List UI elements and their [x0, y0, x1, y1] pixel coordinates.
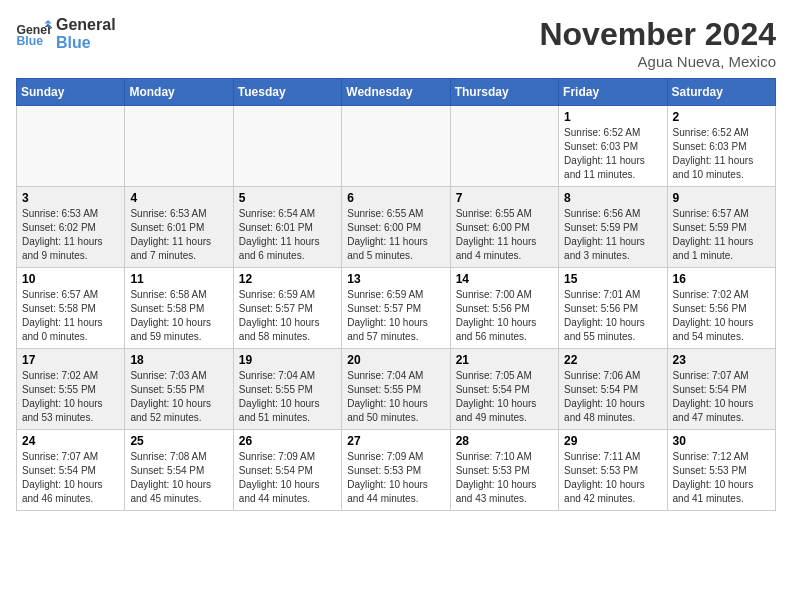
day-number: 28 — [456, 434, 553, 448]
day-info: Sunrise: 7:08 AM Sunset: 5:54 PM Dayligh… — [130, 450, 227, 506]
calendar-cell: 12Sunrise: 6:59 AM Sunset: 5:57 PM Dayli… — [233, 268, 341, 349]
calendar-cell: 17Sunrise: 7:02 AM Sunset: 5:55 PM Dayli… — [17, 349, 125, 430]
day-info: Sunrise: 7:04 AM Sunset: 5:55 PM Dayligh… — [347, 369, 444, 425]
calendar-cell: 10Sunrise: 6:57 AM Sunset: 5:58 PM Dayli… — [17, 268, 125, 349]
day-info: Sunrise: 6:59 AM Sunset: 5:57 PM Dayligh… — [347, 288, 444, 344]
day-info: Sunrise: 7:04 AM Sunset: 5:55 PM Dayligh… — [239, 369, 336, 425]
day-info: Sunrise: 7:09 AM Sunset: 5:54 PM Dayligh… — [239, 450, 336, 506]
weekday-header-wednesday: Wednesday — [342, 79, 450, 106]
calendar-cell: 15Sunrise: 7:01 AM Sunset: 5:56 PM Dayli… — [559, 268, 667, 349]
weekday-header-saturday: Saturday — [667, 79, 775, 106]
day-info: Sunrise: 7:02 AM Sunset: 5:55 PM Dayligh… — [22, 369, 119, 425]
day-info: Sunrise: 6:57 AM Sunset: 5:58 PM Dayligh… — [22, 288, 119, 344]
calendar-cell: 14Sunrise: 7:00 AM Sunset: 5:56 PM Dayli… — [450, 268, 558, 349]
calendar-cell: 19Sunrise: 7:04 AM Sunset: 5:55 PM Dayli… — [233, 349, 341, 430]
calendar-cell: 24Sunrise: 7:07 AM Sunset: 5:54 PM Dayli… — [17, 430, 125, 511]
weekday-header-sunday: Sunday — [17, 79, 125, 106]
calendar-cell: 26Sunrise: 7:09 AM Sunset: 5:54 PM Dayli… — [233, 430, 341, 511]
calendar-cell: 28Sunrise: 7:10 AM Sunset: 5:53 PM Dayli… — [450, 430, 558, 511]
day-number: 14 — [456, 272, 553, 286]
day-number: 25 — [130, 434, 227, 448]
calendar-cell: 9Sunrise: 6:57 AM Sunset: 5:59 PM Daylig… — [667, 187, 775, 268]
month-title: November 2024 — [539, 16, 776, 53]
calendar-cell: 3Sunrise: 6:53 AM Sunset: 6:02 PM Daylig… — [17, 187, 125, 268]
day-number: 9 — [673, 191, 770, 205]
day-info: Sunrise: 6:58 AM Sunset: 5:58 PM Dayligh… — [130, 288, 227, 344]
day-info: Sunrise: 6:59 AM Sunset: 5:57 PM Dayligh… — [239, 288, 336, 344]
day-number: 22 — [564, 353, 661, 367]
day-number: 13 — [347, 272, 444, 286]
day-info: Sunrise: 6:53 AM Sunset: 6:01 PM Dayligh… — [130, 207, 227, 263]
day-number: 17 — [22, 353, 119, 367]
day-number: 10 — [22, 272, 119, 286]
weekday-header-friday: Friday — [559, 79, 667, 106]
calendar-cell: 18Sunrise: 7:03 AM Sunset: 5:55 PM Dayli… — [125, 349, 233, 430]
day-info: Sunrise: 6:55 AM Sunset: 6:00 PM Dayligh… — [456, 207, 553, 263]
calendar-table: SundayMondayTuesdayWednesdayThursdayFrid… — [16, 78, 776, 511]
calendar-week-row: 24Sunrise: 7:07 AM Sunset: 5:54 PM Dayli… — [17, 430, 776, 511]
calendar-cell: 21Sunrise: 7:05 AM Sunset: 5:54 PM Dayli… — [450, 349, 558, 430]
day-info: Sunrise: 7:07 AM Sunset: 5:54 PM Dayligh… — [22, 450, 119, 506]
calendar-cell: 20Sunrise: 7:04 AM Sunset: 5:55 PM Dayli… — [342, 349, 450, 430]
calendar-cell: 29Sunrise: 7:11 AM Sunset: 5:53 PM Dayli… — [559, 430, 667, 511]
calendar-cell: 5Sunrise: 6:54 AM Sunset: 6:01 PM Daylig… — [233, 187, 341, 268]
day-info: Sunrise: 7:09 AM Sunset: 5:53 PM Dayligh… — [347, 450, 444, 506]
day-number: 20 — [347, 353, 444, 367]
day-number: 18 — [130, 353, 227, 367]
calendar-cell: 23Sunrise: 7:07 AM Sunset: 5:54 PM Dayli… — [667, 349, 775, 430]
calendar-cell: 8Sunrise: 6:56 AM Sunset: 5:59 PM Daylig… — [559, 187, 667, 268]
calendar-cell: 13Sunrise: 6:59 AM Sunset: 5:57 PM Dayli… — [342, 268, 450, 349]
day-info: Sunrise: 6:57 AM Sunset: 5:59 PM Dayligh… — [673, 207, 770, 263]
calendar-week-row: 10Sunrise: 6:57 AM Sunset: 5:58 PM Dayli… — [17, 268, 776, 349]
logo-blue: Blue — [56, 34, 116, 52]
day-info: Sunrise: 6:53 AM Sunset: 6:02 PM Dayligh… — [22, 207, 119, 263]
day-info: Sunrise: 7:06 AM Sunset: 5:54 PM Dayligh… — [564, 369, 661, 425]
calendar-week-row: 17Sunrise: 7:02 AM Sunset: 5:55 PM Dayli… — [17, 349, 776, 430]
logo-icon: General Blue — [16, 20, 52, 48]
calendar-cell: 16Sunrise: 7:02 AM Sunset: 5:56 PM Dayli… — [667, 268, 775, 349]
calendar-cell — [17, 106, 125, 187]
day-number: 30 — [673, 434, 770, 448]
calendar-cell: 7Sunrise: 6:55 AM Sunset: 6:00 PM Daylig… — [450, 187, 558, 268]
day-info: Sunrise: 7:05 AM Sunset: 5:54 PM Dayligh… — [456, 369, 553, 425]
calendar-cell — [342, 106, 450, 187]
day-info: Sunrise: 7:01 AM Sunset: 5:56 PM Dayligh… — [564, 288, 661, 344]
day-number: 19 — [239, 353, 336, 367]
day-number: 27 — [347, 434, 444, 448]
day-number: 29 — [564, 434, 661, 448]
day-number: 5 — [239, 191, 336, 205]
calendar-cell — [125, 106, 233, 187]
day-number: 3 — [22, 191, 119, 205]
day-info: Sunrise: 6:52 AM Sunset: 6:03 PM Dayligh… — [673, 126, 770, 182]
svg-marker-2 — [45, 20, 52, 24]
title-block: November 2024 Agua Nueva, Mexico — [539, 16, 776, 70]
day-info: Sunrise: 6:54 AM Sunset: 6:01 PM Dayligh… — [239, 207, 336, 263]
day-number: 1 — [564, 110, 661, 124]
day-info: Sunrise: 7:00 AM Sunset: 5:56 PM Dayligh… — [456, 288, 553, 344]
calendar-cell: 2Sunrise: 6:52 AM Sunset: 6:03 PM Daylig… — [667, 106, 775, 187]
calendar-cell: 30Sunrise: 7:12 AM Sunset: 5:53 PM Dayli… — [667, 430, 775, 511]
logo: General Blue General Blue — [16, 16, 116, 53]
day-number: 15 — [564, 272, 661, 286]
day-number: 24 — [22, 434, 119, 448]
day-info: Sunrise: 7:07 AM Sunset: 5:54 PM Dayligh… — [673, 369, 770, 425]
day-number: 7 — [456, 191, 553, 205]
weekday-header-tuesday: Tuesday — [233, 79, 341, 106]
calendar-cell: 1Sunrise: 6:52 AM Sunset: 6:03 PM Daylig… — [559, 106, 667, 187]
day-info: Sunrise: 6:52 AM Sunset: 6:03 PM Dayligh… — [564, 126, 661, 182]
day-number: 12 — [239, 272, 336, 286]
day-number: 23 — [673, 353, 770, 367]
day-number: 2 — [673, 110, 770, 124]
calendar-cell: 27Sunrise: 7:09 AM Sunset: 5:53 PM Dayli… — [342, 430, 450, 511]
calendar-cell: 11Sunrise: 6:58 AM Sunset: 5:58 PM Dayli… — [125, 268, 233, 349]
svg-text:Blue: Blue — [17, 35, 44, 49]
day-info: Sunrise: 6:55 AM Sunset: 6:00 PM Dayligh… — [347, 207, 444, 263]
day-info: Sunrise: 6:56 AM Sunset: 5:59 PM Dayligh… — [564, 207, 661, 263]
logo-general: General — [56, 16, 116, 34]
day-number: 8 — [564, 191, 661, 205]
day-info: Sunrise: 7:03 AM Sunset: 5:55 PM Dayligh… — [130, 369, 227, 425]
location-title: Agua Nueva, Mexico — [539, 53, 776, 70]
calendar-week-row: 3Sunrise: 6:53 AM Sunset: 6:02 PM Daylig… — [17, 187, 776, 268]
day-number: 11 — [130, 272, 227, 286]
day-info: Sunrise: 7:02 AM Sunset: 5:56 PM Dayligh… — [673, 288, 770, 344]
